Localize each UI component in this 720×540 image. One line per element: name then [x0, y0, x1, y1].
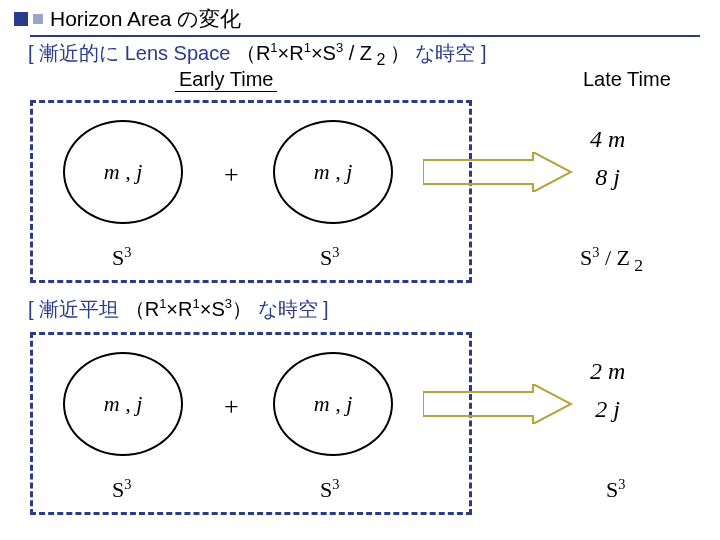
section2-heading-pre: [ 漸近平坦: [28, 298, 125, 320]
paren-close-2: ）: [232, 298, 252, 320]
section2-circle-left-label: m , j: [104, 391, 143, 417]
svg-marker-1: [423, 384, 571, 424]
paren-open-2: （: [125, 298, 145, 320]
title-text: Horizon Area の変化: [50, 7, 241, 30]
section1-formula: R1×R1×S3 / Z 2: [256, 42, 390, 64]
paren-open: （: [236, 42, 256, 64]
section1-s3-right: S3: [320, 244, 339, 271]
section2-late-s3: S3: [606, 476, 625, 503]
section2-circle-right-label: m , j: [314, 391, 353, 417]
section1-late-s3: S3 / Z 2: [580, 244, 643, 276]
section2-arrow-icon: [423, 384, 573, 424]
section1-heading-post: な時空 ]: [415, 42, 486, 64]
section2-late-top: 2 m: [590, 352, 625, 390]
section1-circle-left: m , j: [63, 120, 183, 224]
section2-late-values: 2 m 2 j: [590, 352, 625, 429]
early-time-label: Early Time: [175, 68, 277, 92]
section1-heading: [ 漸近的に Lens Space （R1×R1×S3 / Z 2 ） な時空 …: [28, 40, 487, 69]
title-bullet-large: [14, 12, 28, 26]
section1-late-bottom: 8 j: [590, 158, 625, 196]
section2-late-bottom: 2 j: [590, 390, 625, 428]
section2-circle-right: m , j: [273, 352, 393, 456]
section2-circle-left: m , j: [63, 352, 183, 456]
paren-close: ）: [390, 42, 410, 64]
late-time-label: Late Time: [583, 68, 671, 91]
section2-heading-post: な時空 ]: [258, 298, 329, 320]
section1-circle-right: m , j: [273, 120, 393, 224]
section1-late-top: 4 m: [590, 120, 625, 158]
section2-s3-right: S3: [320, 476, 339, 503]
section1-circle-right-label: m , j: [314, 159, 353, 185]
section2-s3-left: S3: [112, 476, 131, 503]
section2-heading: [ 漸近平坦 （R1×R1×S3） な時空 ]: [28, 296, 329, 323]
svg-marker-0: [423, 152, 571, 192]
section2-plus: +: [224, 392, 239, 422]
section1-heading-pre: [ 漸近的に Lens Space: [28, 42, 230, 64]
section1-s3-left: S3: [112, 244, 131, 271]
section2-formula: R1×R1×S3: [145, 298, 232, 320]
section1-arrow-icon: [423, 152, 573, 192]
section1-late-values: 4 m 8 j: [590, 120, 625, 197]
section1-circle-left-label: m , j: [104, 159, 143, 185]
section1-plus: +: [224, 160, 239, 190]
page-title: Horizon Area の変化: [30, 3, 700, 37]
